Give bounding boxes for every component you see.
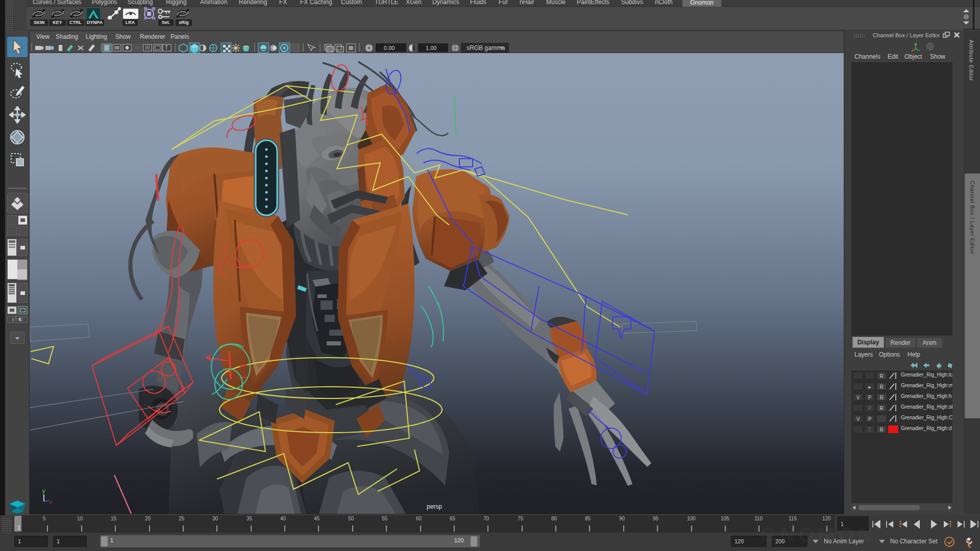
svg-text:x: x <box>50 499 52 505</box>
svg-text:T: T <box>165 45 168 51</box>
svg-text:y: y <box>42 488 45 494</box>
svg-text:sRGB gamma: sRGB gamma <box>467 44 505 52</box>
svg-text:0.00: 0.00 <box>384 45 395 51</box>
svg-text:persp: persp <box>427 503 442 510</box>
svg-text:1.00: 1.00 <box>426 45 436 51</box>
